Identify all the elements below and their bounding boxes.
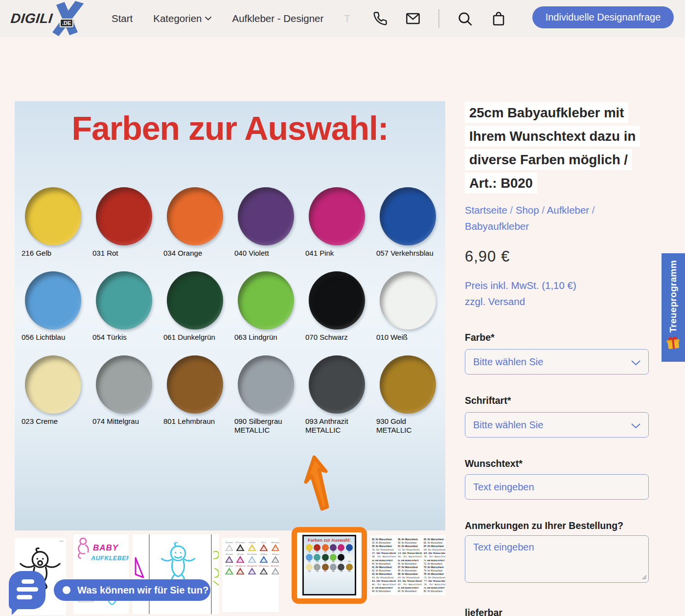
thumb-baby-word: BABY — [93, 543, 118, 553]
cart-bag-icon[interactable] — [491, 11, 506, 26]
farbe-select[interactable]: Bitte wählen Sie — [465, 349, 649, 374]
gift-icon — [666, 336, 681, 350]
header-divider — [438, 9, 439, 28]
thumbnail-triangle-colors[interactable]: 310 weiss070 schwarz216 gelb031 rot034 o… — [222, 538, 279, 612]
chevron-down-icon — [205, 17, 211, 21]
color-swatch-093: 093 AnthrazitMETALLIC — [301, 355, 372, 440]
header-icons — [373, 0, 506, 37]
color-swatch-801: 801 Lehmbraun — [160, 355, 230, 440]
chat-lines-icon — [22, 579, 34, 584]
main-nav: Start Kategorien Aufkleber - Designer T — [112, 0, 350, 37]
thumb-triangle-grid: 310 weiss070 schwarz216 gelb031 rot034 o… — [225, 542, 276, 574]
nav-item-start[interactable]: Start — [112, 13, 133, 24]
color-swatch-041: 041 Pink — [301, 187, 372, 271]
thumb-font-columns: 33. Ihr Wunschtext34. Ihr Wunschtext35. … — [372, 538, 445, 593]
chat-prompt-text: Was können wir für Sie tun? — [77, 585, 208, 596]
thumb-mini-color-grid: 2160310340400410570560540610630700100230… — [305, 544, 353, 572]
color-swatch-010: 010 Weiß — [372, 271, 443, 355]
status-dot-icon — [63, 586, 70, 594]
logo-tld: .DE — [60, 19, 73, 27]
header: DIGILI .DE Start Kategorien Aufkleber - … — [0, 0, 685, 37]
thumb-aufkleber-word: AUFKLEBER — [91, 555, 129, 562]
color-swatch-056: 056 Lichtblau — [18, 271, 89, 355]
breadcrumb-link[interactable]: Startseite — [465, 204, 507, 216]
color-swatch-054: 054 Türkis — [89, 271, 160, 355]
page: DIGILI .DE Start Kategorien Aufkleber - … — [0, 0, 685, 616]
nav-item-kategorien[interactable]: Kategorien — [153, 13, 211, 24]
anmerkungen-label: Anmerkungen zu Ihrer Bestellung? — [465, 520, 651, 531]
thumbnail-color-chart-selected[interactable]: Farben zur Auswahl: 21603103404004105705… — [292, 527, 367, 604]
schriftart-select-value: Bitte wählen Sie — [473, 419, 543, 431]
color-swatch-031: 031 Rot — [89, 187, 160, 271]
loyalty-program-tab[interactable]: Treueprogramm — [662, 253, 685, 362]
thumbnail-baby-aufkleber[interactable]: BABY AUFKLEBER — [73, 534, 129, 614]
shipping-note[interactable]: zzgl. Versand — [465, 293, 651, 309]
schriftart-label: Schriftart* — [465, 395, 651, 406]
mini-color-chart: Farben zur Auswahl: 21603103404004105705… — [302, 535, 356, 595]
breadcrumb-link[interactable]: Aufkleber — [547, 204, 590, 216]
individual-design-request-button[interactable]: Individuelle Designanfrage — [532, 6, 674, 28]
anmerkungen-textarea[interactable] — [465, 535, 649, 583]
color-swatch-057: 057 Verkehrsblau — [372, 187, 443, 271]
resize-grip[interactable] — [641, 574, 647, 580]
tax-note[interactable]: Preis inkl. MwSt. (1,10 €) — [465, 277, 651, 293]
nav-item-truncated[interactable]: T — [344, 13, 350, 24]
wunschtext-input[interactable] — [465, 474, 649, 500]
color-swatch-023: 023 Creme — [18, 355, 89, 440]
color-swatch-070: 070 Schwarz — [301, 271, 372, 355]
thumbnail-corner-mark: baby — [59, 540, 64, 542]
mini-chart-title: Farben zur Auswahl: — [304, 538, 355, 543]
color-chart-title: Farben zur Auswahl: — [15, 109, 445, 147]
breadcrumb-link[interactable]: Babyaufkleber — [465, 220, 529, 232]
chevron-down-icon — [631, 423, 640, 429]
nav-item-aufkleber-designer[interactable]: Aufkleber - Designer — [232, 13, 323, 24]
phone-icon[interactable] — [373, 11, 388, 26]
wunschtext-label: Wunschtext* — [465, 458, 651, 469]
farbe-select-value: Bitte wählen Sie — [473, 356, 543, 368]
mail-icon[interactable] — [405, 11, 421, 26]
chevron-down-icon — [631, 360, 640, 366]
search-icon[interactable] — [457, 11, 473, 27]
product-image[interactable]: Farben zur Auswahl: 216 Gelb031 Rot034 O… — [15, 101, 445, 530]
color-swatch-074: 074 Mittelgrau — [89, 355, 160, 440]
thumbnail-font-sheet[interactable]: 33. Ihr Wunschtext34. Ihr Wunschtext35. … — [370, 535, 445, 595]
farbe-label: Farbe* — [465, 332, 651, 343]
logo[interactable]: DIGILI .DE — [11, 1, 89, 35]
divider — [149, 534, 150, 614]
thumbnail-marcel[interactable]: Marcel — [133, 534, 219, 614]
color-swatch-061: 061 Dunkelgrün — [160, 271, 230, 355]
monkey-line-art-icon — [74, 536, 93, 561]
color-swatch-930: 930 GoldMETALLIC — [372, 355, 443, 440]
color-swatch-216: 216 Gelb — [18, 187, 89, 271]
product-price: 6,90 € — [465, 248, 651, 265]
breadcrumb-link[interactable]: Shop — [516, 204, 539, 216]
baby-line-art-icon — [157, 542, 199, 584]
color-swatch-090: 090 SilbergrauMETALLIC — [230, 355, 301, 440]
lime-shape-icon — [212, 549, 219, 588]
logo-text: DIGILI — [10, 11, 53, 26]
availability-status: lieferbar — [465, 607, 651, 616]
product-details: 25cm Babyaufkleber mit Ihrem Wunschtext … — [465, 101, 651, 616]
chat-prompt-button[interactable]: Was können wir für Sie tun? — [54, 579, 210, 601]
product-title: 25cm Babyaufkleber mit Ihrem Wunschtext … — [465, 101, 651, 195]
breadcrumb: Startseite / Shop / Aufkleber / Babyaufk… — [465, 202, 651, 234]
schriftart-select[interactable]: Bitte wählen Sie — [465, 412, 649, 438]
orange-arrow — [302, 455, 340, 516]
anmerkungen-wrap — [465, 535, 651, 585]
color-swatch-063: 063 Lindgrün — [230, 271, 301, 355]
color-swatch-040: 040 Violett — [230, 187, 301, 271]
color-grid: 216 Gelb031 Rot034 Orange040 Violett041 … — [18, 187, 443, 440]
chat-launcher-button[interactable] — [9, 571, 46, 609]
color-swatch-034: 034 Orange — [160, 187, 230, 271]
loyalty-program-label: Treueprogramm — [668, 260, 679, 333]
